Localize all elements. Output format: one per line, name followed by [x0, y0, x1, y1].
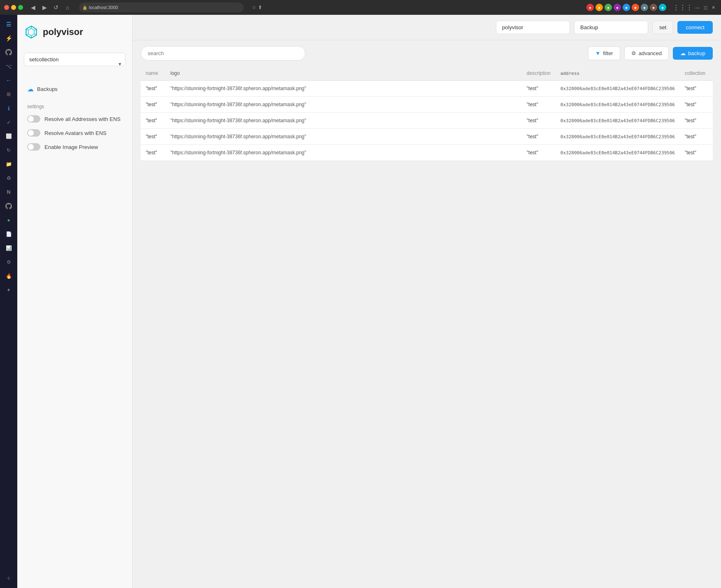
minimize-button[interactable]: —	[693, 4, 701, 11]
browser-nav-buttons: ◀ ▶ ↺ ⌂	[28, 2, 72, 12]
sidebar-icon-github[interactable]	[2, 46, 15, 58]
sidebar-icon-lightning[interactable]: ⚡	[2, 32, 15, 44]
cell-collection-2: "test"	[680, 113, 713, 129]
ext-7[interactable]: ●	[641, 4, 648, 11]
search-input[interactable]	[141, 46, 305, 60]
browser-extensions: ● ● ● ● ● ● ● ● ●	[586, 4, 666, 11]
whatsapp-icon: ●	[7, 217, 10, 223]
url-text: localhost:3000	[89, 5, 118, 10]
sidebar-icon-n[interactable]: N	[2, 186, 15, 198]
ext-6[interactable]: ●	[632, 4, 639, 11]
sidebar-icon-star[interactable]: ✦	[2, 284, 15, 296]
cell-collection-3: "test"	[680, 129, 713, 145]
toggle-ens-avatars[interactable]	[27, 129, 40, 137]
sidebar-icon-menu[interactable]: ☰	[2, 18, 15, 30]
main-content: set connect ▼ filter ⚙ advanced ☁ backup	[133, 15, 721, 588]
sidebar-icon-doc[interactable]: 📄	[2, 228, 15, 240]
recycle2-icon: ♻	[7, 175, 11, 181]
sidebar-add-button[interactable]: +	[2, 572, 15, 585]
home-button[interactable]: ⌂	[63, 2, 72, 12]
set-button[interactable]: set	[652, 21, 673, 34]
table-row[interactable]: "test" "https://stunning-fortnight-38736…	[141, 97, 713, 113]
sidebar-icon-check[interactable]: ✓	[2, 116, 15, 128]
sidebar-icon-recycle2[interactable]: ♻	[2, 172, 15, 184]
sidebar-icon-git[interactable]: ⌥	[2, 60, 15, 72]
reload-button[interactable]: ↺	[51, 2, 61, 12]
sidebar-icon-chart[interactable]: 📊	[2, 242, 15, 254]
ext-9[interactable]: ●	[659, 4, 666, 11]
settings-label-ens-avatars: Resolve Avatars with ENS	[44, 130, 107, 136]
maximize-dot[interactable]	[18, 5, 23, 10]
cell-description-0: "test"	[522, 81, 556, 97]
chart-icon: 📊	[6, 245, 12, 251]
toggle-ens-addresses[interactable]	[27, 115, 40, 123]
window-controls: ⋮⋮⋮ — ◻ ✕	[671, 4, 717, 12]
settings-label-ens-addresses: Resolve all Addresses with ENS	[44, 116, 121, 122]
sidebar-icon-git2[interactable]	[2, 200, 15, 212]
grid-icon: ⊞	[7, 91, 11, 97]
back-button[interactable]: ◀	[28, 2, 38, 12]
cell-address-3: 0x328006ade83cE0e014B2a43eE0744FDB6C2395…	[556, 129, 680, 145]
menu-icon: ☰	[6, 21, 12, 28]
browser-toolbar: ☆ ⬆	[252, 5, 262, 10]
sidebar-icon-folder[interactable]: 📁	[2, 158, 15, 170]
close-dot[interactable]	[4, 5, 9, 10]
collection-select[interactable]: setcollection	[24, 53, 126, 66]
ext-4[interactable]: ●	[614, 4, 621, 11]
sidebar-icon-whatsapp[interactable]: ●	[2, 214, 15, 226]
address-bar[interactable]: 🔒 localhost:3000	[79, 2, 244, 12]
cell-address-4: 0x328006ade83cE0e014B2a43eE0744FDB6C2395…	[556, 145, 680, 161]
cell-address-0: 0x328006ade83cE0e014B2a43eE0744FDB6C2395…	[556, 81, 680, 97]
ext-1[interactable]: ●	[586, 4, 594, 11]
filter-button[interactable]: ▼ filter	[588, 46, 620, 60]
search-input-wrapper	[141, 46, 305, 60]
restore-button[interactable]: ◻	[702, 4, 709, 11]
cell-name-2: "test"	[141, 113, 165, 129]
ext-3[interactable]: ●	[605, 4, 612, 11]
forward-button[interactable]: ▶	[40, 2, 49, 12]
connect-button[interactable]: connect	[677, 21, 713, 34]
lightning-icon: ⚡	[5, 35, 12, 42]
star-icon: ✦	[7, 287, 11, 293]
table-row[interactable]: "test" "https://stunning-fortnight-38736…	[141, 113, 713, 129]
backup-name-input[interactable]	[574, 21, 648, 34]
header-row: name logo description address collection	[141, 66, 713, 81]
sidebar-icon-box[interactable]: ⬜	[2, 130, 15, 142]
browser-chrome: ◀ ▶ ↺ ⌂ 🔒 localhost:3000 ☆ ⬆ ● ● ● ● ● ●…	[0, 0, 721, 15]
ext-2[interactable]: ●	[595, 4, 603, 11]
advanced-button[interactable]: ⚙ advanced	[624, 46, 669, 60]
col-logo: logo	[165, 66, 522, 81]
close-button[interactable]: ✕	[710, 4, 717, 11]
menu-icon[interactable]: ⋮⋮⋮	[673, 4, 693, 12]
toggle-image-preview[interactable]	[27, 143, 40, 151]
ext-8[interactable]: ●	[650, 4, 657, 11]
sidebar-icon-gear[interactable]: ⚙	[2, 256, 15, 268]
share-icon[interactable]: ⬆	[258, 5, 262, 10]
data-table: name logo description address collection…	[141, 66, 713, 161]
sidebar-icon-info[interactable]: ℹ	[2, 102, 15, 114]
backups-item[interactable]: ☁ Backups	[24, 83, 126, 95]
cell-logo-4: "https://stunning-fortnight-38736f.spher…	[165, 145, 522, 161]
sidebar-icon-recycle[interactable]: ↻	[2, 144, 15, 156]
advanced-label: advanced	[639, 50, 662, 56]
polyvisor-input[interactable]	[496, 21, 570, 34]
table-row[interactable]: "test" "https://stunning-fortnight-38736…	[141, 129, 713, 145]
col-name: name	[141, 66, 165, 81]
bookmark-icon[interactable]: ☆	[252, 5, 256, 10]
col-address: address	[556, 66, 680, 81]
settings-label-image-preview: Enable Image Preview	[44, 144, 98, 150]
ext-5[interactable]: ●	[623, 4, 630, 11]
cell-name-4: "test"	[141, 145, 165, 161]
table-header: name logo description address collection	[141, 66, 713, 81]
backup-button[interactable]: ☁ backup	[673, 47, 713, 60]
minimize-dot[interactable]	[11, 5, 16, 10]
settings-item-image-preview: Enable Image Preview	[27, 143, 122, 151]
table-row[interactable]: "test" "https://stunning-fortnight-38736…	[141, 145, 713, 161]
sidebar-icon-arrow-left[interactable]: ←	[2, 74, 15, 86]
cell-description-3: "test"	[522, 129, 556, 145]
sidebar-icon-fire[interactable]: 🔥	[2, 270, 15, 282]
check-icon: ✓	[7, 119, 11, 126]
search-filter-bar: ▼ filter ⚙ advanced ☁ backup	[133, 40, 721, 66]
table-row[interactable]: "test" "https://stunning-fortnight-38736…	[141, 81, 713, 97]
sidebar-icon-grid[interactable]: ⊞	[2, 88, 15, 100]
